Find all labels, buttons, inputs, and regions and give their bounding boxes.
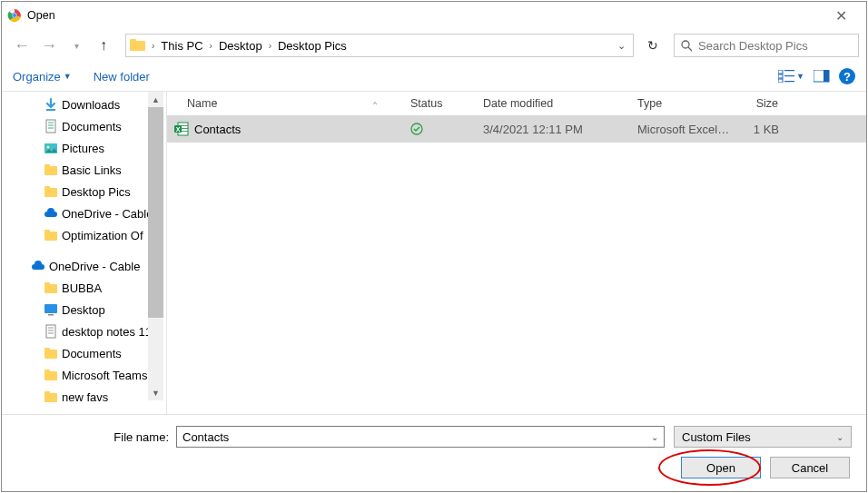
svg-rect-30 — [44, 282, 50, 286]
chrome-icon — [7, 8, 22, 23]
folder-icon — [44, 281, 60, 295]
tree-item-label: Documents — [62, 120, 122, 133]
breadcrumb-chevron-icon[interactable]: › — [207, 41, 215, 51]
column-type[interactable]: Type — [630, 97, 739, 110]
tree-item[interactable]: Documents — [2, 342, 163, 364]
close-button[interactable]: ✕ — [821, 7, 861, 25]
folder-icon — [44, 228, 60, 242]
refresh-button[interactable]: ↻ — [639, 34, 666, 57]
view-menu[interactable]: ▼ — [778, 70, 804, 83]
svg-rect-38 — [44, 348, 50, 351]
scroll-thumb[interactable] — [148, 107, 163, 318]
tree-item-label: desktop notes 11 — [62, 325, 152, 339]
file-size-cell: 1 KB — [739, 123, 786, 136]
column-date-modified[interactable]: Date modified — [476, 97, 630, 110]
scroll-up-icon[interactable]: ▲ — [148, 92, 163, 107]
svg-rect-32 — [48, 314, 54, 316]
tree-item-label: new favs — [62, 390, 108, 404]
tree-item[interactable]: desktop notes 11 — [2, 320, 163, 342]
recent-dropdown[interactable]: ▾ — [64, 35, 89, 56]
tree-item[interactable]: OneDrive - Cable — [2, 202, 163, 224]
file-status-cell — [403, 123, 476, 135]
tree-item[interactable]: BUBBA — [2, 277, 163, 299]
svg-rect-12 — [778, 79, 783, 83]
svg-rect-13 — [784, 81, 794, 82]
svg-rect-33 — [46, 325, 55, 338]
cloud-icon — [31, 259, 47, 273]
tree-item[interactable]: Documents📌 — [2, 115, 163, 137]
file-type-filter[interactable]: Custom Files ⌄ — [674, 426, 852, 448]
svg-rect-9 — [784, 70, 794, 71]
chevron-down-icon[interactable]: ⌄ — [651, 432, 658, 442]
svg-text:X: X — [176, 126, 181, 133]
tree-item[interactable]: OneDrive - Cable — [2, 255, 163, 277]
breadcrumb-this-pc[interactable]: This PC — [157, 35, 206, 56]
file-date-cell: 3/4/2021 12:11 PM — [476, 123, 630, 136]
svg-rect-31 — [44, 304, 57, 313]
folder-badge-icon — [130, 39, 146, 52]
address-dropdown[interactable]: ⌄ — [610, 40, 633, 52]
column-name[interactable]: Name ^ — [167, 97, 403, 110]
breadcrumb-desktop-pics[interactable]: Desktop Pics — [274, 35, 350, 56]
chevron-down-icon: ▼ — [796, 72, 804, 81]
tree-item[interactable]: Desktop Pics — [2, 181, 163, 202]
preview-pane-button[interactable] — [814, 70, 830, 83]
svg-rect-26 — [44, 186, 50, 190]
svg-rect-15 — [824, 70, 829, 82]
folder-icon — [44, 163, 60, 177]
tree-item[interactable]: Optimization Of — [2, 224, 163, 246]
tree-item-label: OneDrive - Cable — [49, 260, 140, 273]
forward-button: → — [36, 35, 62, 56]
footer: File name: Contacts ⌄ Custom Files ⌄ Ope… — [2, 414, 866, 491]
svg-rect-28 — [44, 230, 50, 233]
up-button[interactable]: ↑ — [91, 35, 116, 56]
window-title: Open — [27, 9, 821, 22]
doc-icon — [44, 119, 60, 133]
tree-item-label: Documents — [62, 347, 122, 360]
tree-item[interactable]: Microsoft Teams — [2, 364, 163, 386]
svg-rect-10 — [778, 74, 783, 78]
breadcrumb-chevron-icon[interactable]: › — [149, 41, 157, 51]
breadcrumb-desktop[interactable]: Desktop — [215, 35, 266, 56]
new-folder-button[interactable]: New folder — [94, 70, 150, 84]
back-button[interactable]: ← — [9, 35, 35, 56]
help-button[interactable]: ? — [839, 68, 855, 84]
column-size[interactable]: Size — [739, 97, 786, 110]
scroll-down-icon[interactable]: ▼ — [148, 385, 163, 400]
search-input[interactable]: Search Desktop Pics — [674, 34, 859, 57]
navigation-tree[interactable]: Downloads📌Documents📌Pictures📌Basic Links… — [2, 92, 163, 414]
filename-input[interactable]: Contacts ⌄ — [176, 426, 665, 448]
svg-rect-11 — [784, 75, 794, 76]
folder-icon — [44, 346, 60, 360]
column-status[interactable]: Status — [403, 97, 476, 110]
doc2-icon — [44, 324, 60, 339]
svg-rect-17 — [46, 120, 55, 133]
svg-rect-5 — [130, 39, 136, 43]
chevron-down-icon: ⌄ — [836, 432, 843, 442]
file-name-cell: X Contacts — [167, 122, 403, 136]
file-row[interactable]: X Contacts 3/4/2021 12:11 PM Microsoft E… — [167, 115, 866, 143]
breadcrumb-chevron-icon[interactable]: › — [266, 41, 274, 51]
tree-scrollbar[interactable]: ▲ ▼ — [148, 92, 163, 400]
tree-item[interactable]: Desktop — [2, 299, 163, 320]
svg-rect-40 — [44, 370, 50, 373]
titlebar: Open ✕ — [2, 2, 866, 29]
tree-item-label: Downloads — [62, 98, 120, 112]
tree-item[interactable]: Basic Links — [2, 159, 163, 181]
tree-item[interactable]: Pictures📌 — [2, 137, 163, 159]
svg-rect-24 — [44, 164, 50, 168]
svg-rect-42 — [44, 391, 50, 395]
tree-item[interactable]: Downloads📌 — [2, 94, 163, 115]
svg-rect-8 — [778, 70, 783, 74]
tree-item[interactable]: new favs — [2, 386, 163, 408]
open-button[interactable]: Open — [681, 457, 761, 478]
tree-item-label: Desktop Pics — [62, 185, 131, 199]
folder-icon — [44, 184, 60, 199]
address-bar[interactable]: › This PC › Desktop › Desktop Pics ⌄ — [125, 34, 634, 57]
svg-point-6 — [682, 41, 689, 48]
tree-item-label: OneDrive - Cable — [62, 207, 153, 221]
cancel-button[interactable]: Cancel — [770, 457, 850, 478]
column-headers: Name ^ Status Date modified Type Size — [167, 92, 866, 115]
sort-indicator-icon: ^ — [373, 100, 377, 108]
organize-menu[interactable]: Organize ▼ — [13, 70, 72, 84]
